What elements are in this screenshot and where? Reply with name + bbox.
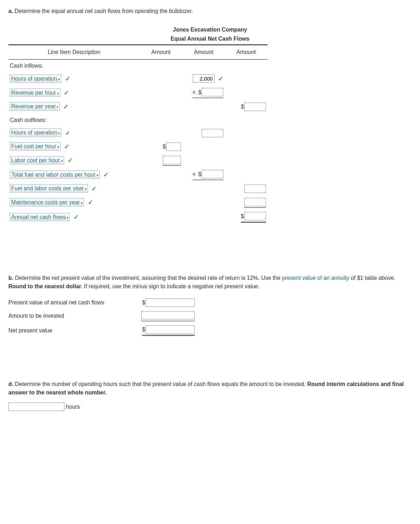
table-row: Amount to be invested [8,309,198,323]
table-row: Hours of operation ✓ [8,126,267,140]
part-d-text1: Determine the number of operating hours … [15,381,307,387]
input-labor-hour[interactable] [163,156,181,164]
check-icon: ✓ [65,129,70,138]
table-row: Revenue per year ✓ $ [8,100,267,114]
dollar-sign: $ [198,171,201,177]
table-row: Total fuel and labor costs per hour ✓ × … [8,168,267,182]
dropdown-total-fl-hour[interactable]: Total fuel and labor costs per hour [10,171,100,179]
table-row: Labor cost per hour ✓ [8,154,267,168]
table-row: Present value of annual net cash flows $ [8,296,198,309]
dropdown-fl-year[interactable]: Fuel and labor costs per year [10,184,88,192]
input-fuel-hour[interactable] [166,143,181,151]
input-invest[interactable] [141,311,195,319]
hours-unit: hours [66,404,80,410]
part-a-prompt: Determine the equal annual net cash flow… [15,8,193,14]
table-row: Maintenance costs per year ✓ [8,196,267,210]
pv-annuity-link[interactable]: present value of an annuity [282,275,349,281]
dollar-sign: $ [163,144,166,150]
header-amt3: Amount [225,45,267,60]
company-name: Jones Excavation Company [8,25,412,34]
table-row: Fuel cost per hour ✓ $ [8,140,267,154]
dollar-sign: $ [241,213,244,219]
check-icon: ✓ [64,88,69,98]
check-icon: ✓ [68,156,73,165]
multiply-symbol: × [192,89,196,95]
check-icon: ✓ [74,213,79,222]
dropdown-rev-hour[interactable]: Revenue per hour [10,89,60,97]
input-total-fl-hour[interactable] [202,170,223,178]
dropdown-labor-hour[interactable]: Labor cost per hour [10,156,64,164]
check-icon: ✓ [63,102,69,112]
check-icon: ✓ [88,198,93,207]
header-amt1: Amount [140,45,182,60]
table-row: Revenue per hour ✓ × $ [8,86,267,100]
input-pv[interactable] [146,298,195,307]
dropdown-maint-year[interactable]: Maintenance costs per year [10,198,84,206]
part-a-label: a. [8,8,13,14]
dropdown-hours-in[interactable]: Hours of operation [10,75,61,83]
check-icon: ✓ [64,142,69,152]
dropdown-fuel-hour[interactable]: Fuel cost per hour [10,142,61,150]
dollar-sign: $ [142,326,145,332]
npv-table: Present value of annual net cash flows $… [8,296,198,338]
part-a: a. Determine the equal annual net cash f… [8,7,412,15]
table-row: Hours of operation ✓ ✓ [8,72,267,86]
table-row: Fuel and labor costs per year ✓ [8,182,267,196]
part-d-label: d. [8,381,13,387]
cash-outflows-header: Cash outflows: [8,114,140,126]
check-icon: ✓ [91,184,97,194]
dropdown-net[interactable]: Annual net cash flows [10,213,70,221]
check-icon: ✓ [65,74,70,84]
input-rev-hour[interactable] [202,88,223,96]
row-npv-label: Net present value [8,323,141,338]
row-invest-label: Amount to be invested [8,309,141,323]
input-hours-in[interactable] [193,74,215,83]
table-row: Net present value $ [8,323,198,338]
part-b-bold: Round to the nearest dollar. [8,283,83,289]
input-rev-year[interactable] [244,103,266,111]
dropdown-rev-year[interactable]: Revenue per year [10,102,60,110]
input-maint-year[interactable] [244,198,266,206]
header-amt2: Amount [182,45,225,60]
part-b: b. Determine the net present value of th… [8,274,412,338]
input-net[interactable] [244,212,266,220]
table-title-block: Jones Excavation Company Equal Annual Ne… [8,25,412,43]
part-d: d. Determine the number of operating hou… [8,380,412,411]
multiply-symbol: × [192,171,196,177]
table-row: Cash outflows: [8,114,267,126]
header-desc: Line Item Description [8,45,140,60]
table-row: Cash inflows: [8,60,267,73]
input-hours-out[interactable] [202,129,223,137]
table-row: Annual net cash flows ✓ $ [8,210,267,225]
part-b-label: b. [8,275,13,281]
dollar-sign: $ [142,299,145,305]
check-icon: ✓ [218,74,223,84]
input-npv[interactable] [146,325,195,334]
dollar-sign: $ [241,104,244,110]
check-icon: ✓ [103,170,108,180]
row-pv-label: Present value of annual net cash flows [8,296,141,309]
statement-title: Equal Annual Net Cash Flows [8,34,412,43]
part-b-text1: Determine the net present value of the i… [15,275,282,281]
dollar-sign: $ [198,89,201,95]
input-hours[interactable] [8,402,64,411]
input-fl-year[interactable] [244,185,266,193]
cash-inflows-header: Cash inflows: [8,60,140,73]
part-b-text3: If required, use the minus sign to indic… [83,283,260,289]
cash-flows-table: Line Item Description Amount Amount Amou… [8,44,267,225]
dropdown-hours-out[interactable]: Hours of operation [10,129,61,137]
part-b-text2: of $1 table above. [349,275,396,281]
